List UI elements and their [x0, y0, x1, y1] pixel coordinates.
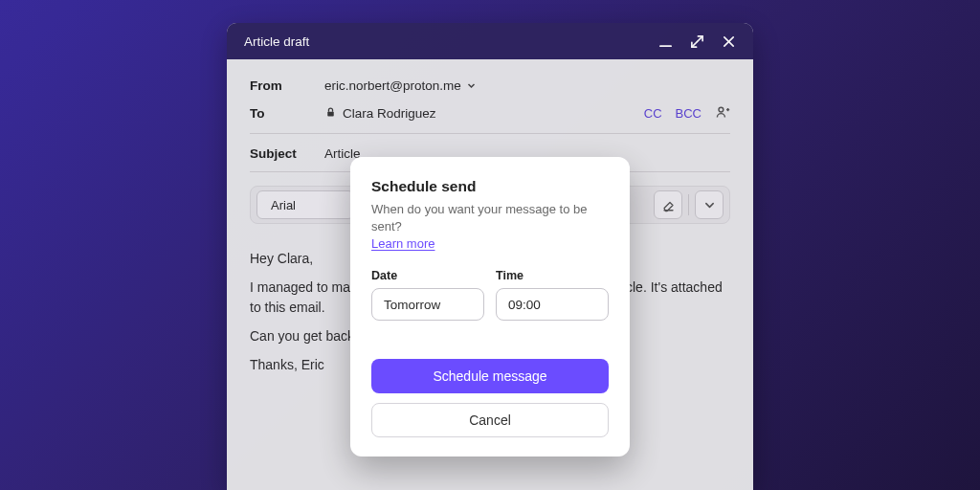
date-field: Date Tomorrow: [371, 269, 484, 321]
time-input[interactable]: 09:00: [496, 288, 609, 321]
modal-subtitle: When do you want your message to be sent…: [371, 201, 609, 234]
time-label: Time: [496, 269, 609, 282]
schedule-message-button[interactable]: Schedule message: [371, 359, 609, 393]
time-field: Time 09:00: [496, 269, 609, 321]
learn-more-link[interactable]: Learn more: [371, 236, 434, 251]
date-input[interactable]: Tomorrow: [371, 288, 484, 321]
modal-title: Schedule send: [371, 178, 609, 195]
cancel-button[interactable]: Cancel: [371, 403, 609, 437]
date-label: Date: [371, 269, 484, 282]
schedule-send-modal: Schedule send When do you want your mess…: [350, 157, 630, 457]
